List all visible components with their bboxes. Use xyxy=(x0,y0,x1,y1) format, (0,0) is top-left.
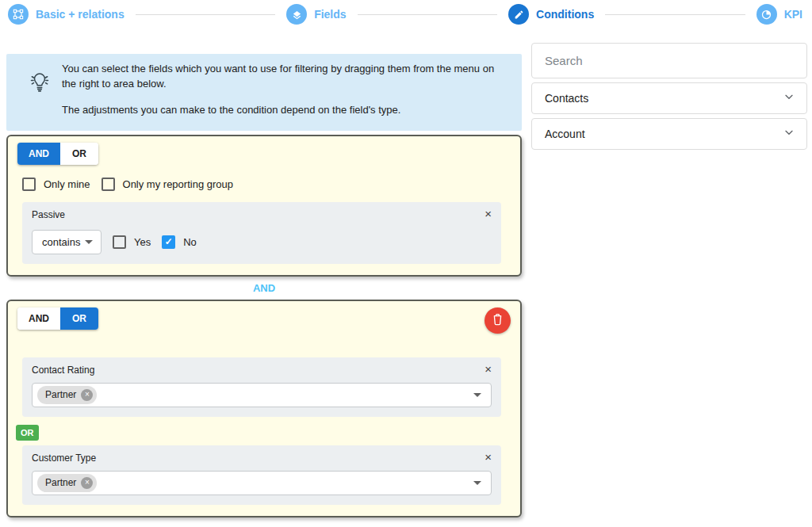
search-input[interactable] xyxy=(545,54,794,67)
close-icon[interactable]: × xyxy=(485,208,492,220)
step-fields[interactable]: Fields xyxy=(286,4,346,25)
chevron-down-icon xyxy=(783,90,795,106)
wizard-stepper: Basic + relations Fields Conditions KPI xyxy=(0,0,812,25)
only-reporting-group-option[interactable]: ✓ Only my reporting group xyxy=(102,178,233,191)
quick-filters: ✓ Only mine ✓ Only my reporting group xyxy=(22,178,511,191)
only-reporting-group-label: Only my reporting group xyxy=(123,178,233,190)
accordion-label: Contacts xyxy=(545,92,588,105)
close-icon[interactable]: × xyxy=(485,363,492,375)
step-connector-line xyxy=(358,14,497,15)
chip-remove-icon[interactable]: × xyxy=(81,477,93,489)
or-toggle-button[interactable]: OR xyxy=(60,143,98,165)
dropdown-arrow-icon xyxy=(85,240,93,244)
step-kpi[interactable]: KPI xyxy=(756,4,802,25)
step-connector-line xyxy=(605,14,745,15)
accordion-contacts[interactable]: Contacts xyxy=(531,82,807,114)
vector-frame-icon xyxy=(8,4,29,25)
chip-label: Partner xyxy=(45,389,76,400)
info-line-2: The adjustments you can make to the cond… xyxy=(62,103,508,118)
only-mine-option[interactable]: ✓ Only mine xyxy=(22,178,90,191)
operator-value: contains xyxy=(42,236,80,248)
and-or-toggle: AND OR xyxy=(17,143,98,165)
step-connector-line xyxy=(136,14,275,15)
inner-or-badge: OR xyxy=(16,425,39,441)
condition-field-label: Contact Rating xyxy=(32,365,492,376)
group-connector-label: AND xyxy=(6,277,522,300)
accordion-account[interactable]: Account xyxy=(531,118,807,150)
operator-select[interactable]: contains xyxy=(32,230,102,254)
value-multiselect[interactable]: Partner × xyxy=(32,383,492,407)
fields-panel: Contacts Account xyxy=(531,43,807,150)
and-toggle-button[interactable]: AND xyxy=(17,143,60,165)
step-basic-relations[interactable]: Basic + relations xyxy=(8,4,124,25)
value-chip: Partner × xyxy=(37,474,97,492)
yes-checkbox[interactable]: ✓ xyxy=(113,235,126,249)
pie-chart-icon xyxy=(756,4,777,25)
chip-label: Partner xyxy=(45,477,76,488)
info-banner: You can select the fields which you want… xyxy=(6,54,522,131)
conditions-builder: You can select the fields which you want… xyxy=(6,43,522,527)
lightbulb-icon xyxy=(17,62,62,118)
chip-remove-icon[interactable]: × xyxy=(81,389,93,401)
info-line-1: You can select the fields which you want… xyxy=(62,62,508,92)
condition-card-passive: Passive × contains ✓ Yes ✓ No xyxy=(22,202,501,264)
condition-group-2: AND OR Contact Rating × xyxy=(6,300,522,517)
or-toggle-button[interactable]: OR xyxy=(60,307,98,330)
condition-card-contact-rating: Contact Rating × Partner × xyxy=(22,357,501,417)
no-checkbox[interactable]: ✓ xyxy=(162,235,175,249)
value-multiselect[interactable]: Partner × xyxy=(32,471,492,495)
dropdown-arrow-icon xyxy=(473,393,481,397)
accordion-label: Account xyxy=(545,128,585,140)
condition-card-customer-type: Customer Type × Partner × xyxy=(22,445,501,505)
trash-icon xyxy=(490,311,505,329)
info-text: You can select the fields which you want… xyxy=(62,62,511,118)
value-chip: Partner × xyxy=(37,386,97,404)
step-label: KPI xyxy=(784,8,802,21)
only-reporting-group-checkbox[interactable]: ✓ xyxy=(102,178,115,191)
yes-option[interactable]: ✓ Yes xyxy=(113,235,151,249)
step-label: Fields xyxy=(314,8,346,21)
search-box xyxy=(531,43,807,78)
and-toggle-button[interactable]: AND xyxy=(17,307,60,330)
only-mine-checkbox[interactable]: ✓ xyxy=(22,178,36,191)
condition-field-label: Passive xyxy=(32,209,492,220)
dropdown-arrow-icon xyxy=(473,481,481,485)
no-option[interactable]: ✓ No xyxy=(162,235,197,249)
condition-field-label: Customer Type xyxy=(32,453,492,464)
step-label: Conditions xyxy=(536,8,594,21)
close-icon[interactable]: × xyxy=(485,451,492,463)
pencil-icon xyxy=(508,4,529,25)
layers-icon xyxy=(286,4,307,25)
chevron-down-icon xyxy=(783,126,795,142)
yes-label: Yes xyxy=(134,236,151,248)
and-or-toggle: AND OR xyxy=(17,307,98,330)
condition-group-1: AND OR ✓ Only mine ✓ Only my reporting g… xyxy=(6,135,522,277)
step-label: Basic + relations xyxy=(36,8,124,21)
only-mine-label: Only mine xyxy=(44,178,90,190)
delete-group-button[interactable] xyxy=(485,307,511,334)
no-label: No xyxy=(183,236,197,248)
step-conditions[interactable]: Conditions xyxy=(508,4,594,25)
